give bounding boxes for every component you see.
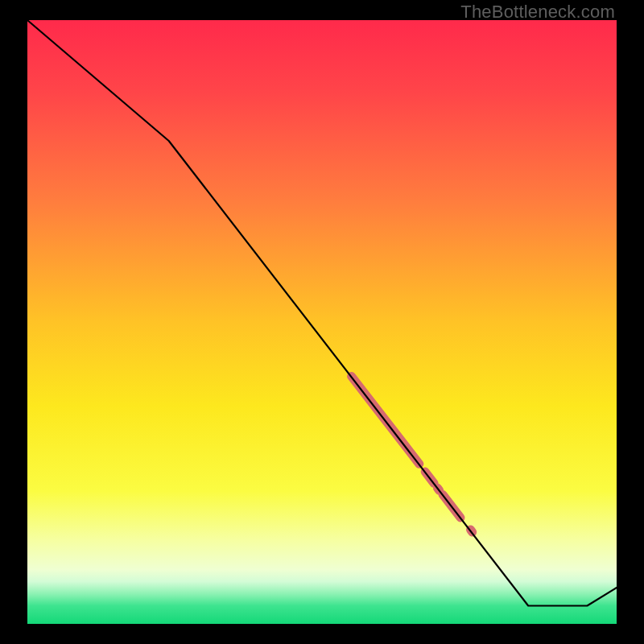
- chart-overlay: [27, 20, 617, 624]
- bottleneck-curve-line: [27, 20, 617, 606]
- chart-frame: TheBottleneck.com: [0, 0, 644, 644]
